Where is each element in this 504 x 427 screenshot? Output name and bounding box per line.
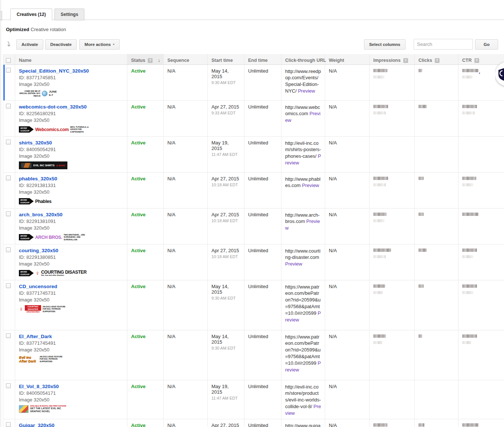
creative-name-link[interactable]: arch_bros_320x50 xyxy=(19,212,63,217)
select-columns-button[interactable]: Select columns xyxy=(364,39,405,50)
creative-name-link[interactable]: webcomics-dot-com_320x50 xyxy=(19,104,87,110)
ctr-cell xyxy=(458,136,504,172)
column-header-name[interactable]: Name xyxy=(15,54,127,64)
redacted-block xyxy=(462,248,477,252)
go-button[interactable]: Go xyxy=(475,39,498,50)
clicks-redacted-value xyxy=(418,69,454,74)
preview-link[interactable]: Preview xyxy=(285,404,321,416)
start-time: 10:18 AM EDT xyxy=(211,218,240,223)
row-checkbox[interactable] xyxy=(6,283,11,288)
column-header-clicks[interactable]: Clicks? xyxy=(415,54,458,64)
creative-type: Image 320x50 xyxy=(19,261,123,267)
tab-settings[interactable]: Settings xyxy=(54,9,84,20)
search-input[interactable] xyxy=(414,39,473,50)
download-icon[interactable] xyxy=(5,41,13,48)
row-checkbox[interactable] xyxy=(6,383,11,388)
start-date: May 19, 2015 xyxy=(211,384,240,395)
preview-link[interactable]: Preview xyxy=(285,153,321,166)
creatives-table: Name Status?↓ Sequence Start time End ti… xyxy=(3,54,504,427)
creative-name-link[interactable]: CD_uncensored xyxy=(19,284,57,289)
column-header-status[interactable]: Status?↓ xyxy=(127,54,164,64)
help-icon[interactable]: ? xyxy=(148,58,153,63)
ctr-redacted-value xyxy=(462,105,500,110)
row-checkbox[interactable] xyxy=(6,68,11,73)
redacted-block xyxy=(373,105,388,108)
help-icon[interactable]: ? xyxy=(435,58,440,63)
row-checkbox-cell xyxy=(3,136,15,172)
browser-extension-badge[interactable] xyxy=(495,61,504,88)
preview-link[interactable]: Preview xyxy=(285,111,320,123)
creative-name-link[interactable]: courting_320x50 xyxy=(19,248,59,253)
preview-link[interactable]: Preview xyxy=(285,218,320,231)
clicks-cell xyxy=(415,208,458,244)
status-cell: Active xyxy=(127,380,164,419)
creative-name-cell: CD_uncensoredID: 83771745731Image 320x50… xyxy=(15,280,127,330)
redacted-block xyxy=(462,183,473,186)
banner-dark-panel: EVIL INC SHIRTS& MORE xyxy=(19,161,67,169)
creative-type: Image 320x50 xyxy=(19,225,123,231)
row-checkbox-cell xyxy=(3,64,15,100)
redacted-block xyxy=(373,291,383,294)
sequence-cell: N/A xyxy=(164,208,208,244)
row-checkbox[interactable] xyxy=(6,211,11,216)
creative-name-link[interactable]: EI_Vol_8_320x50 xyxy=(19,384,59,389)
start-date: May 14, 2015 xyxy=(211,68,240,79)
click-url-cell: http://evil-inc.com/shirts-posters-phone… xyxy=(281,136,325,172)
select-all-checkbox[interactable] xyxy=(6,58,11,63)
banner-logo-text: Phables xyxy=(35,199,51,204)
end-time-cell: Unlimited xyxy=(244,280,281,330)
help-icon[interactable]: ? xyxy=(403,58,408,63)
preview-link[interactable]: Preview xyxy=(285,261,302,267)
creative-name-link[interactable]: EI_After_Dark xyxy=(19,334,52,339)
redacted-block xyxy=(462,255,473,258)
clicks-cell xyxy=(415,244,458,280)
banner-main-text: Get the latest Evil Inc graphic novel xyxy=(30,407,67,413)
help-icon[interactable]: ? xyxy=(474,58,479,63)
column-header-end-time[interactable]: End time xyxy=(244,54,281,64)
start-time-cell: May 14, 20159:30 AM EDT xyxy=(208,280,244,330)
toolbar: Activate Deactivate More actions ▾ Selec… xyxy=(0,37,504,53)
table-row: phables_320x50ID: 82291381331Image 320x5… xyxy=(3,172,504,208)
creative-id: ID: 82256180291 xyxy=(19,111,123,116)
row-checkbox[interactable] xyxy=(6,104,11,109)
start-time-cell: Apr 27, 201510:18 AM EDT xyxy=(208,419,244,427)
end-time-cell: Unlimited xyxy=(244,172,281,208)
more-actions-button[interactable]: More actions ▾ xyxy=(79,39,119,50)
row-checkbox[interactable] xyxy=(6,422,11,427)
preview-link[interactable]: Preview xyxy=(302,183,319,188)
venus-symbol-icon: ♀ xyxy=(35,270,40,276)
preview-link[interactable]: Preview xyxy=(298,88,315,94)
preview-link[interactable]: Preview xyxy=(285,360,321,373)
creative-thumbnail: MORE GUIGARWebcomics.comInfo, tutorials,… xyxy=(19,125,123,134)
click-through-url: http://www.courting-disaster.com Preview xyxy=(285,248,320,267)
preview-link[interactable]: Preview xyxy=(285,310,321,323)
creative-name-link[interactable]: Special_Edition_NYC_320x50 xyxy=(19,68,89,74)
sequence-cell: N/A xyxy=(164,419,208,427)
row-checkbox[interactable] xyxy=(6,333,11,338)
redacted-block xyxy=(373,248,391,252)
column-header-sequence[interactable]: Sequence xyxy=(164,54,208,64)
click-url-cell: http://www.phables.com Preview xyxy=(281,172,325,208)
sort-descending-icon[interactable]: ↓ xyxy=(158,57,160,63)
ctr-cell xyxy=(458,100,504,136)
banner-smallprint: Come see me at Special Edition: NYC Pier… xyxy=(19,90,40,97)
redacted-block xyxy=(418,177,424,180)
status-badge: Active xyxy=(131,104,146,110)
row-checkbox[interactable] xyxy=(6,140,11,144)
redacted-block xyxy=(418,248,427,252)
column-header-weight[interactable]: Weight xyxy=(325,54,370,64)
creative-name-link[interactable]: phables_320x50 xyxy=(19,176,57,181)
start-time: 9:33 AM EDT xyxy=(211,111,240,115)
tab-creatives[interactable]: Creatives (12) xyxy=(10,9,52,20)
column-header-start-time[interactable]: Start time xyxy=(208,54,244,64)
activate-button[interactable]: Activate xyxy=(16,39,43,50)
creative-name-link[interactable]: shirts_320x50 xyxy=(19,140,52,146)
deactivate-button[interactable]: Deactivate xyxy=(45,39,77,50)
table-row: Guigar_320x50ID: 82291381211Image 320x50… xyxy=(3,419,504,427)
row-checkbox[interactable] xyxy=(6,176,11,180)
row-checkbox[interactable] xyxy=(6,247,11,252)
column-header-click-url[interactable]: Click-through URL xyxy=(281,54,325,64)
status-cell: Active xyxy=(127,330,164,380)
creative-name-link[interactable]: Guigar_320x50 xyxy=(19,423,54,427)
column-header-impressions[interactable]: Impressions? xyxy=(370,54,415,64)
